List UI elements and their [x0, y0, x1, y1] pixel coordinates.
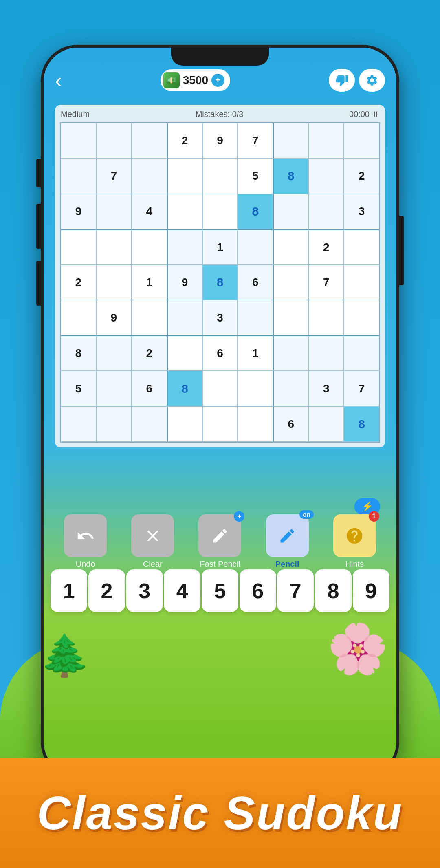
- sudoku-cell[interactable]: 1: [132, 265, 167, 300]
- sudoku-cell[interactable]: [132, 159, 167, 194]
- sudoku-cell[interactable]: [61, 406, 96, 442]
- clear-button[interactable]: Clear: [131, 514, 174, 569]
- sudoku-cell[interactable]: 2: [344, 159, 379, 194]
- back-button[interactable]: ‹: [55, 70, 62, 90]
- sudoku-cell[interactable]: [167, 300, 202, 335]
- sudoku-cell[interactable]: [96, 406, 132, 442]
- sudoku-cell[interactable]: [273, 300, 308, 335]
- sudoku-cell[interactable]: 3: [308, 371, 344, 406]
- sudoku-cell[interactable]: [273, 194, 308, 229]
- number-pad-button[interactable]: 1: [51, 569, 87, 612]
- sudoku-cell[interactable]: [96, 194, 132, 229]
- sudoku-cell[interactable]: 8: [344, 406, 379, 442]
- sudoku-cell[interactable]: 6: [202, 335, 238, 371]
- number-pad-button[interactable]: 3: [126, 569, 163, 612]
- sudoku-cell[interactable]: [167, 159, 202, 194]
- sudoku-cell[interactable]: [238, 229, 273, 265]
- add-coins-button[interactable]: +: [211, 74, 224, 87]
- sudoku-cell[interactable]: [273, 371, 308, 406]
- sudoku-cell[interactable]: [273, 123, 308, 159]
- sudoku-cell[interactable]: [132, 123, 167, 159]
- sudoku-cell[interactable]: [344, 229, 379, 265]
- sudoku-cell[interactable]: [96, 335, 132, 371]
- sudoku-cell[interactable]: 8: [238, 194, 273, 229]
- sudoku-cell[interactable]: 2: [132, 335, 167, 371]
- sudoku-cell[interactable]: 6: [238, 265, 273, 300]
- sudoku-cell[interactable]: [273, 335, 308, 371]
- sudoku-cell[interactable]: 7: [344, 371, 379, 406]
- number-pad-button[interactable]: 8: [315, 569, 352, 612]
- sudoku-cell[interactable]: 1: [202, 229, 238, 265]
- sudoku-cell[interactable]: 8: [61, 335, 96, 371]
- dislike-button[interactable]: [329, 69, 355, 92]
- pause-icon[interactable]: ⏸: [372, 110, 379, 119]
- sudoku-cell[interactable]: [308, 123, 344, 159]
- number-pad-button[interactable]: 4: [164, 569, 200, 612]
- number-pad-button[interactable]: 9: [353, 569, 389, 612]
- sudoku-cell[interactable]: [96, 123, 132, 159]
- sudoku-cell[interactable]: 5: [61, 371, 96, 406]
- number-pad-button[interactable]: 5: [202, 569, 238, 612]
- sudoku-cell[interactable]: [344, 300, 379, 335]
- fast-pencil-button[interactable]: + Fast Pencil: [198, 514, 241, 569]
- number-pad-button[interactable]: 2: [88, 569, 125, 612]
- sudoku-cell[interactable]: 7: [96, 159, 132, 194]
- sudoku-cell[interactable]: [344, 335, 379, 371]
- sudoku-cell[interactable]: [308, 406, 344, 442]
- sudoku-cell[interactable]: [132, 300, 167, 335]
- sudoku-cell[interactable]: [308, 300, 344, 335]
- sudoku-cell[interactable]: [132, 229, 167, 265]
- sudoku-cell[interactable]: 6: [273, 406, 308, 442]
- sudoku-cell[interactable]: 9: [202, 123, 238, 159]
- hints-button[interactable]: 1 Hints: [333, 514, 376, 569]
- sudoku-cell[interactable]: 2: [308, 229, 344, 265]
- sudoku-cell[interactable]: [96, 265, 132, 300]
- sudoku-cell[interactable]: [167, 406, 202, 442]
- sudoku-cell[interactable]: [167, 335, 202, 371]
- sudoku-cell[interactable]: [96, 229, 132, 265]
- sudoku-cell[interactable]: [202, 406, 238, 442]
- sudoku-cell[interactable]: [96, 371, 132, 406]
- sudoku-cell[interactable]: [308, 194, 344, 229]
- settings-button[interactable]: [359, 69, 385, 92]
- sudoku-cell[interactable]: [61, 229, 96, 265]
- sudoku-cell[interactable]: 3: [202, 300, 238, 335]
- sudoku-cell[interactable]: [61, 300, 96, 335]
- sudoku-cell[interactable]: [273, 265, 308, 300]
- sudoku-cell[interactable]: 5: [238, 159, 273, 194]
- sudoku-cell[interactable]: 9: [61, 194, 96, 229]
- sudoku-cell[interactable]: [61, 123, 96, 159]
- sudoku-cell[interactable]: [238, 406, 273, 442]
- sudoku-cell[interactable]: [202, 194, 238, 229]
- sudoku-cell[interactable]: 7: [238, 123, 273, 159]
- number-pad-button[interactable]: 7: [277, 569, 314, 612]
- sudoku-cell[interactable]: 9: [167, 265, 202, 300]
- sudoku-cell[interactable]: [167, 194, 202, 229]
- sudoku-cell[interactable]: 1: [238, 335, 273, 371]
- sudoku-cell[interactable]: [308, 159, 344, 194]
- sudoku-cell[interactable]: [61, 159, 96, 194]
- sudoku-cell[interactable]: [238, 300, 273, 335]
- sudoku-cell[interactable]: 8: [167, 371, 202, 406]
- sudoku-cell[interactable]: 2: [167, 123, 202, 159]
- sudoku-cell[interactable]: 8: [202, 265, 238, 300]
- sudoku-cell[interactable]: [344, 265, 379, 300]
- sudoku-cell[interactable]: [202, 159, 238, 194]
- number-pad-button[interactable]: 6: [240, 569, 276, 612]
- pencil-button[interactable]: on Pencil: [266, 514, 309, 569]
- sudoku-cell[interactable]: 2: [61, 265, 96, 300]
- sudoku-cell[interactable]: 9: [96, 300, 132, 335]
- sudoku-cell[interactable]: 7: [308, 265, 344, 300]
- sudoku-cell[interactable]: 6: [132, 371, 167, 406]
- sudoku-cell[interactable]: 3: [344, 194, 379, 229]
- sudoku-cell[interactable]: 8: [273, 159, 308, 194]
- sudoku-cell[interactable]: [273, 229, 308, 265]
- sudoku-cell[interactable]: [132, 406, 167, 442]
- sudoku-cell[interactable]: [202, 371, 238, 406]
- undo-button[interactable]: Undo: [64, 514, 107, 569]
- sudoku-cell[interactable]: [308, 335, 344, 371]
- sudoku-cell[interactable]: 4: [132, 194, 167, 229]
- sudoku-cell[interactable]: [344, 123, 379, 159]
- sudoku-cell[interactable]: [167, 229, 202, 265]
- sudoku-cell[interactable]: [238, 371, 273, 406]
